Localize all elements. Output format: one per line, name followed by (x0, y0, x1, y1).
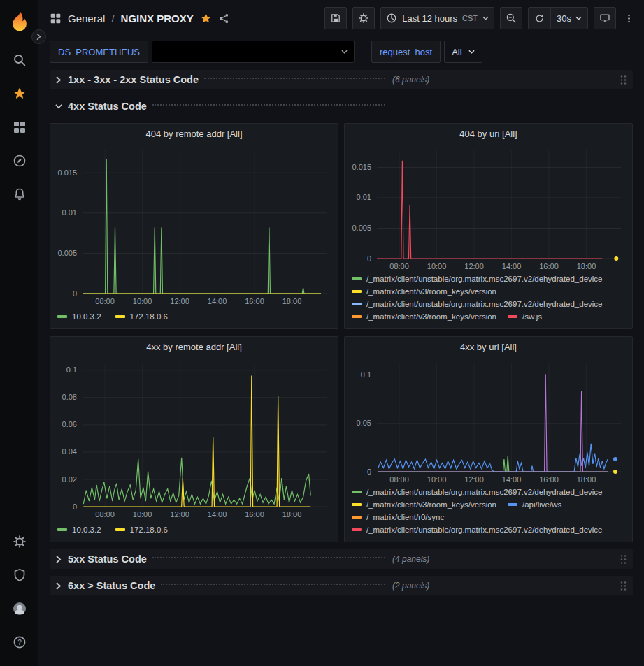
sidebar-item-starred[interactable] (0, 77, 38, 110)
sidebar-bottom-nav: ? (0, 525, 38, 659)
sidebar-item-search[interactable] (0, 43, 38, 77)
legend-label: /_matrix/client/unstable/org.matrix.msc2… (366, 300, 603, 308)
refresh-interval-value: 30s (557, 13, 571, 24)
svg-text:16:00: 16:00 (539, 475, 559, 484)
sidebar-item-explore[interactable] (0, 144, 38, 178)
row-title: 4xx Status Code (68, 101, 147, 112)
legend-item[interactable]: /sw.js (508, 312, 542, 321)
chevron-right-icon (55, 582, 62, 590)
panel-title[interactable]: 404 by uri [All] (345, 124, 632, 143)
legend-label: /_matrix/client/unstable/org.matrix.msc2… (366, 488, 603, 496)
timeseries-chart[interactable]: 00.0050.010.01508:0010:0012:0014:0016:00… (50, 143, 338, 307)
cycle-view-mode-button[interactable] (594, 7, 616, 29)
svg-text:08:00: 08:00 (389, 475, 409, 484)
timeseries-chart[interactable]: 00.020.040.060.080.108:0010:0012:0014:00… (50, 356, 338, 521)
timeseries-chart[interactable]: 00.0050.010.01508:0010:0012:0014:0016:00… (345, 143, 632, 273)
sidebar-item-alerting[interactable] (0, 178, 38, 211)
svg-text:0: 0 (367, 468, 371, 476)
dashboard-row-1xx-3xx-2xx[interactable]: 1xx - 3xx - 2xx Status Code (6 panels) (50, 70, 633, 89)
monitor-icon (599, 13, 610, 24)
more-options-button[interactable] (622, 13, 636, 24)
panel-title[interactable]: 4xx by uri [All] (345, 337, 632, 356)
legend-item[interactable]: /_matrix/client/v3/room_keys/version (352, 312, 496, 321)
timeseries-plot: 00.0050.010.01508:0010:0012:0014:0016:00… (50, 143, 338, 307)
svg-text:0.06: 0.06 (62, 420, 77, 428)
chevron-down-icon (482, 13, 489, 24)
timeseries-plot: 00.020.040.060.080.108:0010:0012:0014:00… (50, 356, 338, 521)
sidebar-expand-button[interactable] (31, 29, 46, 44)
dashboard-row-5xx[interactable]: 5xx Status Code (4 panels) (50, 549, 633, 569)
help-icon: ? (13, 635, 27, 649)
legend-color-chip (352, 290, 362, 293)
row-panel-count: (2 panels) (392, 581, 429, 591)
refresh-interval-dropdown[interactable]: 30s (550, 8, 587, 29)
legend-item[interactable]: /_matrix/client/v3/room_keys/version (352, 500, 496, 509)
dashboard-row-4xx[interactable]: 4xx Status Code (50, 96, 633, 116)
svg-text:10:00: 10:00 (427, 475, 447, 484)
legend-item[interactable]: /_matrix/client/unstable/org.matrix.msc2… (352, 300, 603, 308)
legend-item[interactable]: /_matrix/client/v3/room_keys/version (352, 287, 496, 296)
panel-grid-row-1: 404 by remote addr [All] 00.0050.010.015… (50, 123, 633, 329)
avatar (13, 602, 27, 616)
legend-item[interactable]: 10.0.3.2 (57, 526, 101, 534)
svg-text:0.1: 0.1 (361, 370, 371, 379)
sidebar-item-profile[interactable] (0, 592, 38, 625)
share-icon[interactable] (218, 13, 230, 24)
kebab-menu-icon (624, 13, 634, 24)
svg-text:0.05: 0.05 (357, 419, 371, 427)
dashboard-settings-button[interactable] (352, 7, 375, 29)
legend-color-chip (352, 315, 362, 318)
svg-text:18:00: 18:00 (282, 297, 302, 305)
panel-title[interactable]: 404 by remote addr [All] (50, 124, 338, 143)
sidebar-item-server-admin[interactable] (0, 558, 38, 592)
legend-item[interactable]: /_matrix/client/unstable/org.matrix.msc2… (352, 275, 603, 283)
legend-color-chip (352, 528, 362, 531)
compass-icon (13, 154, 27, 168)
dashboard-row-6xx[interactable]: 6xx > Status Code (2 panels) (50, 576, 633, 595)
timeseries-plot: 00.0050.010.01508:0010:0012:0014:0016:00… (345, 143, 632, 273)
row-drag-handle[interactable] (620, 554, 627, 565)
svg-text:10:00: 10:00 (427, 262, 447, 270)
breadcrumb-folder[interactable]: General (68, 13, 105, 24)
chevron-down-icon (468, 47, 475, 57)
svg-text:?: ? (17, 639, 22, 646)
panel-title[interactable]: 4xx by remote addr [All] (50, 337, 338, 356)
timeseries-chart[interactable]: 00.050.108:0010:0012:0014:0016:0018:00 (345, 356, 632, 486)
time-range-picker[interactable]: Last 12 hours CST (380, 7, 494, 29)
zoom-out-icon (506, 13, 517, 24)
chevron-right-icon (55, 556, 62, 563)
sidebar-item-dashboards[interactable] (0, 110, 38, 144)
svg-text:16:00: 16:00 (539, 262, 559, 270)
variable-request-host-select[interactable]: All (444, 41, 482, 63)
dotted-leader (204, 78, 385, 79)
row-drag-handle[interactable] (620, 75, 627, 85)
legend-item[interactable]: /_matrix/client/r0/sync (352, 513, 444, 521)
svg-text:0.015: 0.015 (57, 168, 77, 177)
variable-datasource-select[interactable] (152, 41, 355, 63)
row-drag-handle[interactable] (620, 581, 627, 591)
svg-text:12:00: 12:00 (464, 475, 484, 484)
legend-item[interactable]: 172.18.0.6 (115, 526, 168, 534)
legend-label: /api/live/ws (522, 500, 561, 509)
svg-text:14:00: 14:00 (502, 475, 522, 484)
favorite-star-icon[interactable] (200, 13, 212, 24)
legend-item[interactable]: 172.18.0.6 (115, 312, 168, 321)
save-dashboard-button[interactable] (324, 7, 347, 29)
legend-item[interactable]: /_matrix/client/unstable/org.matrix.msc2… (352, 526, 603, 534)
svg-text:0.005: 0.005 (352, 224, 371, 232)
refresh-picker: 30s (528, 7, 588, 29)
chevron-right-icon (36, 34, 42, 40)
zoom-out-button[interactable] (500, 7, 522, 29)
row-title: 6xx > Status Code (68, 580, 155, 591)
legend-item[interactable]: /api/live/ws (508, 500, 561, 509)
legend-color-chip (352, 516, 362, 519)
grid-icon (13, 120, 27, 134)
panel-legend: 10.0.3.2172.18.0.6 (50, 307, 338, 328)
legend-item[interactable]: /_matrix/client/unstable/org.matrix.msc2… (352, 488, 603, 496)
legend-item[interactable]: 10.0.3.2 (57, 312, 101, 321)
sidebar-item-configuration[interactable] (0, 525, 38, 558)
sidebar-item-help[interactable]: ? (0, 625, 38, 659)
legend-color-chip (115, 528, 125, 531)
refresh-button[interactable] (529, 8, 550, 29)
svg-text:12:00: 12:00 (170, 510, 189, 519)
